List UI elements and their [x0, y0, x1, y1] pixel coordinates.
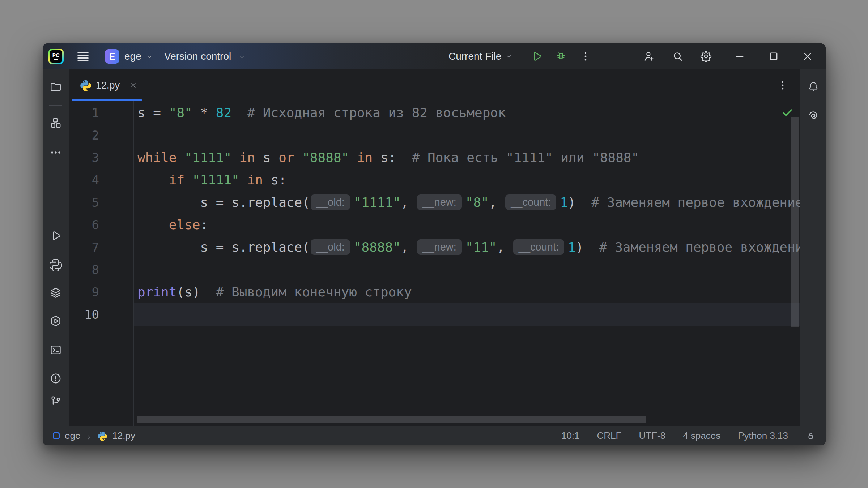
- code-line-3: while "1111" in s or "8888" in s: # Пока…: [137, 146, 639, 169]
- parameter-hint-inlay: __count:: [513, 239, 564, 255]
- more-tools-icon[interactable]: [50, 146, 62, 159]
- parameter-hint-inlay: __old:: [311, 194, 350, 210]
- pycharm-logo-text: PC: [52, 52, 60, 58]
- current-line-highlight: [134, 303, 800, 326]
- line-number: 3: [69, 146, 99, 169]
- line-number: 5: [69, 191, 99, 214]
- tab-close-icon[interactable]: [129, 81, 137, 90]
- file-encoding[interactable]: UTF-8: [639, 430, 665, 441]
- project-name[interactable]: ege: [124, 43, 141, 69]
- line-number: 2: [69, 124, 99, 146]
- parameter-hint-inlay: __count:: [505, 194, 556, 210]
- project-chevron-down-icon[interactable]: [145, 53, 153, 61]
- vcs-widget[interactable]: Version control: [164, 43, 231, 69]
- maximize-button[interactable]: [767, 50, 780, 63]
- line-number: 1: [69, 102, 99, 124]
- python-interpreter[interactable]: Python 3.13: [738, 430, 788, 441]
- pycharm-logo-dash: [54, 59, 58, 60]
- project-avatar[interactable]: E: [105, 49, 119, 64]
- project-square-icon[interactable]: [53, 432, 60, 439]
- tab-label: 12.py: [96, 80, 120, 91]
- git-tool-icon[interactable]: [50, 395, 62, 407]
- code-line-4: if "1111" in s:: [137, 169, 286, 191]
- notifications-bell-icon[interactable]: [807, 81, 820, 93]
- breadcrumb-python-icon: [98, 431, 107, 441]
- line-number: 6: [69, 214, 99, 236]
- line-number: 9: [69, 281, 99, 303]
- python-file-icon: [80, 80, 91, 91]
- parameter-hint-inlay: __old:: [311, 239, 350, 255]
- breadcrumb: ege 12.py: [53, 430, 135, 441]
- project-avatar-letter: E: [109, 51, 115, 62]
- code-line-9: print(s) # Выводим конечную строку: [137, 281, 412, 303]
- breadcrumb-file[interactable]: 12.py: [112, 430, 135, 441]
- parameter-hint-inlay: __new:: [417, 194, 462, 210]
- left-activity-bar: [43, 69, 69, 426]
- layers-tool-icon[interactable]: [50, 287, 62, 299]
- activity-bar-divider: [49, 105, 62, 106]
- main-menu-icon[interactable]: [77, 52, 89, 61]
- statusbar-widgets: 10:1 CRLF UTF-8 4 spaces Python 3.13: [561, 430, 816, 441]
- editor-tab-bar: 12.py: [69, 69, 800, 101]
- problems-tool-icon[interactable]: [50, 372, 62, 385]
- gutter-separator: [133, 101, 134, 426]
- titlebar: PC E ege Version control Current File: [43, 43, 826, 69]
- run-configuration-widget[interactable]: Current File: [448, 43, 513, 69]
- search-everywhere-button[interactable]: [672, 50, 684, 63]
- run-config-chevron-icon: [505, 52, 513, 60]
- settings-button[interactable]: [700, 50, 712, 63]
- code-editor[interactable]: 12345678910 s = "8" * 82 # Исходная стро…: [69, 101, 800, 426]
- breadcrumb-project[interactable]: ege: [65, 430, 80, 441]
- run-config-label: Current File: [448, 51, 501, 62]
- pycharm-logo-icon[interactable]: PC: [48, 49, 64, 64]
- line-number: 8: [69, 258, 99, 281]
- code-line-7: s = s.replace(__old:"8888", __new:"11", …: [137, 236, 800, 258]
- minimize-button[interactable]: [733, 50, 746, 63]
- code-line-5: s = s.replace(__old:"1111", __new:"8", _…: [137, 191, 800, 214]
- terminal-tool-icon[interactable]: [50, 344, 62, 356]
- breadcrumb-chevron-icon: [85, 432, 93, 440]
- line-number: 7: [69, 236, 99, 258]
- structure-tool-icon[interactable]: [50, 117, 62, 129]
- indent-setting[interactable]: 4 spaces: [683, 430, 720, 441]
- run-tool-icon[interactable]: [50, 230, 62, 242]
- add-user-icon[interactable]: [643, 50, 655, 63]
- vcs-chevron-down-icon[interactable]: [238, 53, 246, 61]
- debug-button[interactable]: [555, 50, 567, 63]
- python-packages-icon[interactable]: [50, 258, 62, 271]
- close-button[interactable]: [801, 50, 814, 63]
- vertical-scrollbar[interactable]: [791, 117, 799, 327]
- active-tab-underline: [72, 99, 142, 101]
- pycharm-logo-inner: PC: [50, 50, 62, 63]
- ai-assistant-icon[interactable]: [807, 109, 820, 121]
- horizontal-scrollbar[interactable]: [137, 416, 646, 423]
- tab-12py[interactable]: 12.py: [72, 69, 142, 101]
- line-number: 4: [69, 169, 99, 191]
- more-actions-button[interactable]: [579, 50, 592, 63]
- right-tool-bar: [800, 69, 826, 426]
- run-button[interactable]: [531, 50, 543, 63]
- services-tool-icon[interactable]: [50, 315, 62, 327]
- code-line-6: else:: [137, 214, 208, 236]
- project-tool-icon[interactable]: [50, 81, 62, 93]
- pycharm-window: PC E ege Version control Current File: [43, 43, 826, 445]
- code-line-1: s = "8" * 82 # Исходная строка из 82 вос…: [137, 102, 506, 124]
- line-number: 10: [69, 303, 99, 326]
- parameter-hint-inlay: __new:: [417, 239, 462, 255]
- line-separator[interactable]: CRLF: [597, 430, 622, 441]
- caret-position[interactable]: 10:1: [561, 430, 580, 441]
- tab-options-kebab-icon[interactable]: [776, 79, 789, 91]
- lock-open-icon[interactable]: [805, 431, 816, 441]
- status-bar: ege 12.py 10:1 CRLF UTF-8 4 spaces Pytho…: [43, 426, 826, 445]
